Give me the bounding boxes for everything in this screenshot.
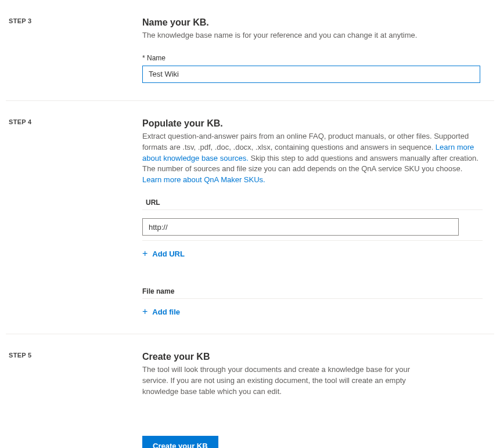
file-section-label: File name bbox=[142, 287, 483, 295]
url-section-label: URL bbox=[142, 198, 483, 207]
add-file-label: Add file bbox=[152, 308, 180, 316]
step-label-col: STEP 5 bbox=[6, 352, 142, 448]
url-input[interactable] bbox=[142, 218, 459, 236]
step-4-label: STEP 4 bbox=[9, 118, 142, 125]
create-kb-button[interactable]: Create your KB bbox=[142, 436, 218, 448]
step-5-label: STEP 5 bbox=[9, 352, 142, 359]
qna-skus-link[interactable]: Learn more about QnA Maker SKUs. bbox=[142, 175, 265, 184]
step-4-desc-part1: Extract question-and-answer pairs from a… bbox=[142, 132, 469, 151]
create-button-wrap: Create your KB bbox=[142, 436, 483, 448]
name-field-label: * Name bbox=[142, 54, 483, 62]
step-3-title: Name your KB. bbox=[142, 17, 483, 28]
step-5-content: Create your KB The tool will look throug… bbox=[142, 352, 494, 448]
kb-name-input[interactable] bbox=[142, 66, 480, 83]
step-3-content: Name your KB. The knowledge base name is… bbox=[142, 17, 494, 83]
url-section: URL + Add URL bbox=[142, 198, 483, 258]
step-3-label: STEP 3 bbox=[9, 17, 142, 24]
plus-icon: + bbox=[142, 249, 148, 258]
sub-divider bbox=[142, 240, 483, 241]
add-file-button[interactable]: + Add file bbox=[142, 307, 180, 316]
step-4-content: Populate your KB. Extract question-and-a… bbox=[142, 118, 494, 316]
step-5-title: Create your KB bbox=[142, 352, 483, 362]
step-4-desc: Extract question-and-answer pairs from a… bbox=[142, 131, 483, 186]
step-5-desc: The tool will look through your document… bbox=[142, 364, 433, 398]
step-label-col: STEP 3 bbox=[6, 17, 142, 83]
sub-divider bbox=[142, 298, 483, 299]
step-5: STEP 5 Create your KB The tool will look… bbox=[0, 334, 500, 448]
plus-icon: + bbox=[142, 307, 148, 316]
step-4: STEP 4 Populate your KB. Extract questio… bbox=[0, 101, 500, 334]
add-url-label: Add URL bbox=[152, 250, 185, 258]
step-4-title: Populate your KB. bbox=[142, 118, 483, 129]
step-label-col: STEP 4 bbox=[6, 118, 142, 316]
sub-divider bbox=[142, 209, 483, 210]
add-url-button[interactable]: + Add URL bbox=[142, 249, 185, 258]
step-3-desc: The knowledge base name is for your refe… bbox=[142, 30, 483, 41]
file-section: File name + Add file bbox=[142, 287, 483, 316]
step-3: STEP 3 Name your KB. The knowledge base … bbox=[0, 0, 500, 100]
